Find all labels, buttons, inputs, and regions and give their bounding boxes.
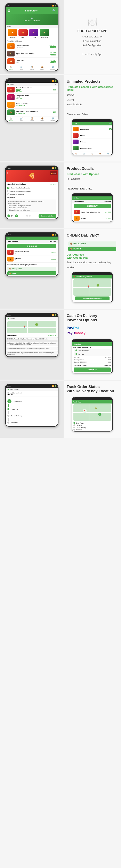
right-pickup-btn[interactable]: 📦 Pickup Panel xyxy=(68,242,116,246)
mini-step-preparing: Preparing xyxy=(73,424,111,426)
status-bar-4: 4:10 📶🔋 xyxy=(6,233,58,237)
nav-catalog[interactable]: 📦 Catalog xyxy=(37,66,47,70)
delivery-question: How would you like to get your order? xyxy=(6,262,58,266)
category-mideast[interactable]: 🌯 Middle East xyxy=(40,29,49,38)
continue-cart-btn[interactable]: Continue with Cart xyxy=(39,214,56,218)
margherita-card[interactable]: 🍕 Margherita Pizza 246 Pes $25 USD xyxy=(6,94,58,101)
option-3[interactable]: Classic Pizza Italians xyxy=(7,193,56,196)
nav-cart[interactable]: 🛒 Cart xyxy=(16,66,27,70)
product-example: For Example PIZZA with Exta Chiez xyxy=(67,176,118,191)
add-new-btn[interactable]: + ADD NEW xyxy=(48,335,56,336)
track-steps: ✓ Order Placed Preparing Out for Deliver… xyxy=(6,397,58,426)
mini-checkout-btn[interactable]: CHECKOUT xyxy=(74,204,111,208)
status-bar-2: 4:11 📶🔋 xyxy=(6,79,58,83)
category-italian[interactable]: 🍕 Italian xyxy=(18,29,28,38)
nav2-home[interactable]: 🏠 Home xyxy=(6,117,16,121)
order-now-btn[interactable]: Order Now xyxy=(74,368,111,372)
delivery-btn[interactable]: 🚚 Delivery xyxy=(7,271,56,275)
category-label-indian: Indian food xyxy=(9,37,16,38)
pasta-card[interactable]: 🍝 Pasta and Kids $75,49 USD xyxy=(6,101,58,108)
rating-1: 464 xyxy=(50,46,56,48)
option-2[interactable]: Classic Pizza Italians small size xyxy=(7,189,56,193)
product-options: ✓ Classic Pizza Italians long size Class… xyxy=(6,186,58,196)
cat-indian-mini[interactable]: Indian food ● xyxy=(73,126,112,132)
phone-mockup-2: 4:11 📶🔋 ◀ Italian 🔍 🍕 Classic Pizza Ital… xyxy=(5,79,58,122)
phone-col-4: 4:10 📶🔋 Cart Total Amount USD 464 CHECKO… xyxy=(0,229,64,309)
address-item-1[interactable]: GI SH 324, Paras Society, Gokal Nagar, U… xyxy=(6,337,58,341)
pizza-classic-card[interactable]: 🍕 Classic Pizza Italians New 99 USD 544 xyxy=(6,86,58,94)
track-delivery-pin: 🚴 xyxy=(95,407,97,409)
paynow-option[interactable]: Pay Now xyxy=(74,352,111,355)
cat-mideast-mini[interactable]: Middle Eastern xyxy=(73,145,112,151)
address-item-3[interactable]: Unnamed Road, Paras Society, Gokal Nagar… xyxy=(6,347,58,350)
cart-total-4: Total Amount USD 464 xyxy=(6,240,58,243)
cat-italian-mini[interactable]: Italian xyxy=(73,132,112,139)
rating-2: 76 xyxy=(50,54,56,56)
nav2-cart[interactable]: 🛒 Cart xyxy=(16,117,27,121)
nav2-orders[interactable]: 📋 Orders xyxy=(27,117,37,121)
cod-radio[interactable] xyxy=(75,349,77,351)
banner-1: 🍵 Free Meal & Coffee xyxy=(6,14,58,25)
cat-chinese-mini[interactable]: Chinese xyxy=(73,139,112,145)
mini-nav2-catalog[interactable]: 📦 xyxy=(96,153,104,154)
checkbox-2[interactable] xyxy=(7,190,9,192)
pasta-img: 🍝 xyxy=(7,102,15,107)
select-address-btn[interactable]: Select Delivery Address xyxy=(75,297,110,300)
pickup-btn[interactable]: 📦 Pickup Panel xyxy=(7,267,56,271)
paynow-radio[interactable] xyxy=(75,353,77,355)
mini-nav2-orders[interactable]: 📋 xyxy=(88,153,96,154)
qty-minus[interactable]: − xyxy=(7,214,10,217)
back-icon-3[interactable]: ◀ xyxy=(6,170,8,174)
track-title: Track Order Status With Delivery boy Loc… xyxy=(67,385,118,393)
nav-home[interactable]: 🏠 Home xyxy=(6,66,16,70)
product-detail-text-col: Product Details Product add with Options… xyxy=(64,162,121,228)
qty-plus[interactable]: + xyxy=(15,214,18,217)
map-desc: Track location with user and delivery bo… xyxy=(67,260,118,270)
search-icon-1[interactable]: 🔍 xyxy=(52,9,56,12)
nav2-settings[interactable]: ⚙️ Settings xyxy=(47,117,58,121)
cat-badge-indian: ● xyxy=(109,128,112,130)
section-product-details: 4:11 📶🔋 🍕 ◀ 🔁 New Classic Pizza Ital xyxy=(0,162,121,228)
app-title: FOOD ORDER APP xyxy=(67,29,118,33)
sauce-card[interactable]: 🍖 Sauce Pisto With Short Ribs $75,45 USD… xyxy=(6,108,58,116)
nav-orders[interactable]: 📋 Orders xyxy=(27,66,37,70)
nav2-catalog[interactable]: 📦 Catalog xyxy=(37,117,47,121)
qty-display: 1/44 xyxy=(11,215,14,217)
back-icon-6[interactable]: ◀ xyxy=(7,389,9,391)
qty-control: − 1/44 + xyxy=(7,214,18,217)
step-preparing-dot xyxy=(7,408,9,410)
food-info-2: Spicy Gd'wuan Noodles 77g xyxy=(16,52,49,55)
category-chinese[interactable]: 🍜 Chinese xyxy=(29,29,39,38)
food-card-3[interactable]: 🍝 Chow Mein 399g $5 USD 76 xyxy=(6,58,58,65)
search-icon-2[interactable]: 🔍 xyxy=(54,84,56,85)
phone-col-2: 4:11 📶🔋 ◀ Italian 🔍 🍕 Classic Pizza Ital… xyxy=(0,75,64,161)
mini-cart-total: Total Amount USD 464 xyxy=(72,200,113,203)
food-card-1[interactable]: 🍜 Lo Mein Noodles Veg Noodles $25 USD 46… xyxy=(6,42,58,50)
checkbox-1[interactable]: ✓ xyxy=(7,187,9,189)
cod-option[interactable]: Cash on delivery xyxy=(74,349,111,352)
mini-nav2-settings[interactable]: ⚙️ xyxy=(104,153,113,154)
food-card-2[interactable]: 🍜 Spicy Gd'wuan Noodles 77g $9 USD 76 xyxy=(6,50,58,58)
checkout-btn-4[interactable]: CHECKOUT xyxy=(7,244,56,248)
menu-icon[interactable]: ☰ xyxy=(8,9,10,12)
back-icon-5[interactable]: ◀ xyxy=(7,317,9,320)
address-item-2[interactable]: tambinagar, Gujarat State Highway 98, Pa… xyxy=(6,341,58,346)
status-bar-3: 4:11 📶🔋 xyxy=(6,166,58,170)
right-delivery-btn[interactable]: 🚚 Delivery xyxy=(68,247,116,251)
category-indian[interactable]: 🍛 Indian food xyxy=(7,29,17,38)
cart-item-pumpkin-4: 🎃 pumpkin 55 55 USD xyxy=(6,256,58,262)
cat-name-indian: Indian food xyxy=(80,128,108,130)
back-icon-2[interactable]: ◀ xyxy=(7,83,9,85)
mini-nav2-home[interactable]: 🏠 xyxy=(72,153,80,154)
cat-dot-indian xyxy=(73,127,78,131)
cat-dot-mideast xyxy=(73,146,78,150)
new-badge: New xyxy=(16,89,21,91)
checkbox-3[interactable] xyxy=(7,193,9,195)
option-1[interactable]: ✓ Classic Pizza Italians long size xyxy=(7,186,56,189)
address-item-4[interactable]: Unnamed Road, Abha Majal Society, Paras … xyxy=(6,351,58,356)
section-address-payment: 4:10 📶🔋 ◀ Address 📍 🟢 xyxy=(0,310,121,379)
nav-settings[interactable]: ⚙️ Settings xyxy=(47,66,58,70)
product-detail-title: Product Details xyxy=(67,166,118,171)
mini-nav2-cart[interactable]: 🛒 xyxy=(80,153,88,154)
phone-screen-4: Cart Total Amount USD 464 CHECKOUT 🍕 Cla… xyxy=(6,237,58,275)
